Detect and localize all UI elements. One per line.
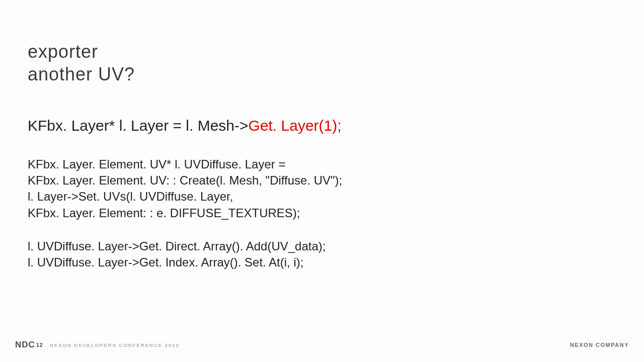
code-block-1: KFbx. Layer. Element. UV* l. UVDiffuse. … (28, 156, 616, 222)
ndc-conference-label: NEXON DEVELOPERS CONFERENCE 2012 (50, 342, 180, 348)
code-line-1b-highlight: Get. Layer(1); (249, 117, 342, 134)
footer-company: NEXON COMPANY (570, 342, 629, 348)
code-block1-line3: l. Layer->Set. UVs(l. UVDiffuse. Layer, (28, 189, 616, 205)
ndc-logo-year: 12 (36, 342, 43, 348)
code-block1-line1: KFbx. Layer. Element. UV* l. UVDiffuse. … (28, 156, 616, 172)
code-line-1a: KFbx. Layer* l. Layer = l. Mesh-> (28, 117, 249, 134)
code-block1-line4: KFbx. Layer. Element: : e. DIFFUSE_TEXTU… (28, 205, 616, 221)
slide-root: exporter another UV? KFbx. Layer* l. Lay… (0, 0, 644, 362)
code-block-2: l. UVDiffuse. Layer->Get. Direct. Array(… (28, 238, 616, 271)
code-block1-line2: KFbx. Layer. Element. UV: : Create(l. Me… (28, 172, 616, 189)
slide-title: exporter another UV? (28, 40, 616, 85)
ndc-logo-main: NDC (15, 340, 35, 350)
code-line-1: KFbx. Layer* l. Layer = l. Mesh->Get. La… (28, 116, 616, 136)
footer-left: NDC12 NEXON DEVELOPERS CONFERENCE 2012 (15, 340, 180, 350)
code-block2-line2: l. UVDiffuse. Layer->Get. Index. Array()… (28, 254, 616, 270)
code-block2-line1: l. UVDiffuse. Layer->Get. Direct. Array(… (28, 238, 616, 254)
ndc-logo: NDC12 (15, 340, 43, 350)
title-line-1: exporter (28, 40, 616, 63)
slide-footer: NDC12 NEXON DEVELOPERS CONFERENCE 2012 N… (0, 339, 644, 351)
title-line-2: another UV? (28, 63, 616, 85)
